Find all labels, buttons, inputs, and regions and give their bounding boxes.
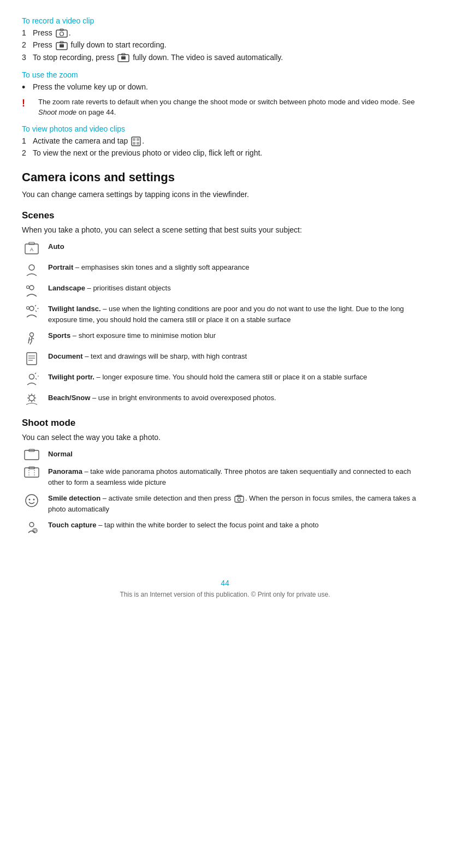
svg-text:A: A xyxy=(30,247,33,252)
scene-sports-text: Sports – short exposure time to minimise… xyxy=(48,330,216,341)
svg-rect-10 xyxy=(133,138,135,141)
scene-auto: A Auto xyxy=(22,241,428,257)
svg-rect-23 xyxy=(27,353,37,365)
svg-point-45 xyxy=(33,499,35,501)
scenes-intro: When you take a photo, you can select a … xyxy=(22,224,428,236)
shoot-mode-section: Shoot mode You can select the way you ta… xyxy=(22,418,428,535)
scene-landscape-text: Landscape – prioritises distant objects xyxy=(48,283,171,294)
shoot-mode-heading: Shoot mode xyxy=(22,418,428,429)
warning-box: ! The zoom rate reverts to default when … xyxy=(22,97,428,118)
svg-point-27 xyxy=(29,374,34,379)
shoot-mode-intro: You can select the way you take a photo. xyxy=(22,432,428,443)
zoom-bullet-item: • Press the volume key up or down. xyxy=(22,82,428,92)
scene-twilight-portr-text: Twilight portr. – longer exposure time. … xyxy=(48,372,367,383)
icon-cell xyxy=(22,393,42,408)
scenes-section: Scenes When you take a photo, you can se… xyxy=(22,210,428,408)
use-zoom-section: To use the zoom • Press the volume key u… xyxy=(22,70,428,118)
footer-text: This is an Internet version of this publ… xyxy=(22,591,428,598)
smile-detection-icon xyxy=(24,493,39,508)
mode-panorama-text: Panorama – take wide panorama photos aut… xyxy=(48,466,428,487)
record-button-icon-2 xyxy=(117,53,129,63)
svg-point-22 xyxy=(30,333,34,337)
icon-cell xyxy=(22,262,42,277)
touch-capture-icon xyxy=(24,520,39,535)
landscape-icon xyxy=(24,283,39,298)
step-1: 1 Press . xyxy=(22,28,428,38)
gallery-button-icon xyxy=(131,136,141,146)
scene-auto-text: Auto xyxy=(48,241,64,252)
svg-point-20 xyxy=(29,306,34,311)
svg-line-36 xyxy=(28,400,29,401)
step-text: Press fully down to start recording. xyxy=(33,40,167,50)
svg-rect-12 xyxy=(133,142,135,145)
page-number: 44 xyxy=(22,579,428,587)
scene-twilight-landsc-text: Twilight landsc. – use when the lighting… xyxy=(48,304,428,325)
zoom-bullets: • Press the volume key up or down. xyxy=(22,82,428,92)
mode-smile-detection-text: Smile detection – activate smile detecti… xyxy=(48,493,428,514)
normal-mode-icon xyxy=(24,449,39,461)
record-video-steps: 1 Press . 2 Press fully down to start re… xyxy=(22,28,428,63)
svg-point-49 xyxy=(29,522,34,527)
record-video-title: To record a video clip xyxy=(22,16,428,25)
view-photos-steps: 1 Activate the camera and tap . 2 To vie… xyxy=(22,136,428,157)
step-text: Activate the camera and tap . xyxy=(33,136,144,146)
bullet-dot: • xyxy=(22,82,33,92)
step-text: To view the next or the previous photo o… xyxy=(33,148,262,157)
scene-portrait: Portrait – emphasises skin tones and a s… xyxy=(22,262,428,277)
mode-touch-capture-text: Touch capture – tap within the white bor… xyxy=(48,520,318,531)
icon-cell: A xyxy=(22,241,42,257)
icon-cell xyxy=(22,351,42,366)
svg-rect-13 xyxy=(137,142,139,145)
svg-point-28 xyxy=(29,395,34,401)
icon-cell xyxy=(22,449,42,461)
document-icon xyxy=(24,351,39,366)
svg-point-17 xyxy=(29,265,34,270)
scene-twilight-portr: Twilight portr. – longer exposure time. … xyxy=(22,372,428,387)
camera-icons-intro: You can change camera settings by tappin… xyxy=(22,189,428,200)
icon-cell xyxy=(22,466,42,478)
view-step-2: 2 To view the next or the previous photo… xyxy=(22,148,428,157)
scene-beach-snow-text: Beach/Snow – use in bright environments … xyxy=(48,393,276,403)
step-num: 1 xyxy=(22,28,33,37)
step-3: 3 To stop recording, press fully down. T… xyxy=(22,53,428,63)
svg-rect-5 xyxy=(60,44,64,47)
svg-rect-8 xyxy=(121,56,126,60)
icon-cell xyxy=(22,330,42,346)
sports-icon xyxy=(24,330,39,346)
svg-rect-11 xyxy=(137,138,139,141)
icon-cell xyxy=(22,372,42,387)
svg-point-48 xyxy=(238,498,241,501)
step-text: To stop recording, press fully down. The… xyxy=(33,53,283,63)
record-video-section: To record a video clip 1 Press . 2 Press… xyxy=(22,16,428,63)
camera-icons-section: Camera icons and settings You can change… xyxy=(22,170,428,200)
warning-text: The zoom rate reverts to default when yo… xyxy=(38,97,428,118)
icon-cell xyxy=(22,283,42,298)
svg-point-2 xyxy=(60,32,63,36)
icon-cell xyxy=(22,304,42,319)
scene-twilight-landsc: Twilight landsc. – use when the lighting… xyxy=(22,304,428,325)
svg-line-33 xyxy=(28,395,29,396)
portrait-icon xyxy=(24,262,39,277)
scene-sports: Sports – short exposure time to minimise… xyxy=(22,330,428,346)
mode-touch-capture: Touch capture – tap within the white bor… xyxy=(22,520,428,535)
auto-icon: A xyxy=(24,241,39,257)
svg-line-34 xyxy=(34,400,35,401)
page-footer: 44 This is an Internet version of this p… xyxy=(22,568,428,598)
scene-landscape: Landscape – prioritises distant objects xyxy=(22,283,428,298)
step-num: 2 xyxy=(22,148,33,157)
camera-icons-heading: Camera icons and settings xyxy=(22,170,428,185)
svg-line-35 xyxy=(34,395,35,396)
svg-point-18 xyxy=(29,286,34,290)
svg-point-44 xyxy=(29,499,31,501)
view-photos-title: To view photos and video clips xyxy=(22,124,428,133)
step-num: 3 xyxy=(22,53,33,62)
icon-cell xyxy=(22,520,42,535)
svg-point-43 xyxy=(26,495,38,507)
step-num: 2 xyxy=(22,40,33,49)
use-zoom-title: To use the zoom xyxy=(22,70,428,79)
scenes-heading: Scenes xyxy=(22,210,428,221)
step-2: 2 Press fully down to start recording. xyxy=(22,40,428,50)
scene-portrait-text: Portrait – emphasises skin tones and a s… xyxy=(48,262,250,273)
mode-normal-text: Normal xyxy=(48,449,73,460)
twilight-landscape-icon xyxy=(24,304,39,319)
